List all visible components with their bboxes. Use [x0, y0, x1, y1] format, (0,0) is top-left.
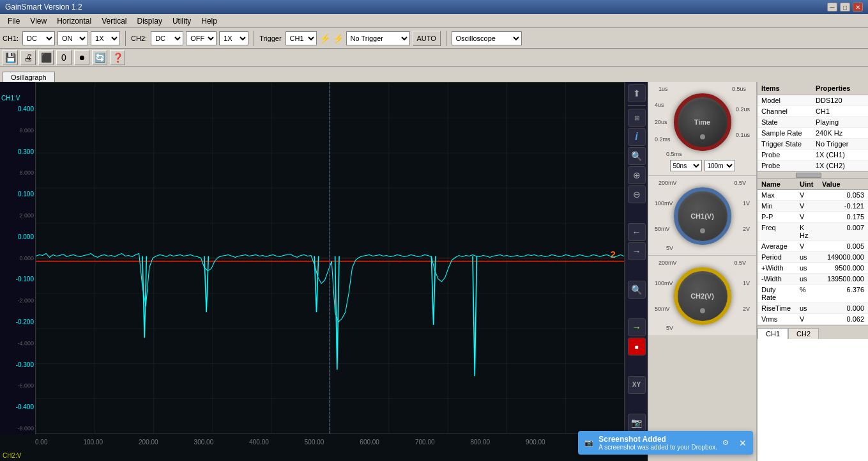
auto-button[interactable]: AUTO	[413, 31, 441, 46]
menu-view[interactable]: View	[25, 15, 52, 27]
time-scale-select[interactable]: 50ns100ns1us	[670, 160, 702, 171]
time-knob-label: Time	[694, 118, 710, 126]
ch2-tab[interactable]: CH2	[788, 328, 819, 339]
ch2-100mv: 100mV	[655, 280, 673, 286]
trigger-ch-select[interactable]: CH1CH2	[286, 31, 317, 45]
separator-3	[446, 31, 446, 46]
help-button[interactable]: ❓	[110, 50, 125, 65]
arrow-right-btn[interactable]: →	[628, 318, 646, 336]
ch2-0.5v: 0.5V	[734, 260, 746, 266]
avg-name: Average	[758, 241, 796, 251]
xy-button[interactable]: XY	[628, 376, 646, 394]
x-label-700: 700.00	[415, 439, 435, 446]
scrollbar-thumb[interactable]	[796, 173, 821, 178]
info-button[interactable]: i	[628, 128, 646, 146]
menu-help[interactable]: Help	[196, 15, 222, 27]
ch1-knob-indicator	[700, 228, 705, 233]
trigger-icon-1[interactable]: ⚡	[319, 33, 330, 43]
y-label-100: 0.100	[1, 191, 34, 198]
min-uint: V	[796, 201, 818, 211]
y-label-8000: 8.000	[1, 127, 34, 134]
ch1-knob[interactable]: CH1(V)	[674, 187, 731, 245]
save-button[interactable]: 💾	[3, 50, 18, 65]
move-tool-button[interactable]: ⬆	[628, 84, 646, 102]
maximize-button[interactable]: □	[840, 3, 850, 12]
risetime-name: RiseTime	[758, 303, 796, 313]
ch1-5v: 5V	[666, 245, 673, 251]
back-button[interactable]: ←	[628, 223, 646, 241]
ch2-probe-select[interactable]: 1X10X	[219, 31, 248, 45]
channel-tabs: CH1 CH2	[758, 325, 868, 339]
trigger-icon-2[interactable]: ⚡	[333, 33, 344, 43]
time-4us: 4us	[655, 102, 671, 108]
pp-name: P-P	[758, 212, 796, 222]
search-button[interactable]: 🔍	[628, 281, 646, 299]
horizontal-scrollbar[interactable]	[758, 171, 868, 179]
zoom-out-button[interactable]: ⊖	[628, 185, 646, 203]
max-name: Max	[758, 190, 796, 200]
menu-display[interactable]: Display	[132, 15, 167, 27]
stop-button[interactable]: ⬛	[38, 50, 54, 65]
tab-bar: Osillagraph	[0, 66, 868, 82]
color-palette-button[interactable]: ■	[628, 338, 646, 356]
time-div-select[interactable]: 100m200m	[704, 160, 735, 171]
ch1-onoff-select[interactable]: ONOFF	[57, 31, 88, 45]
ch2-knob[interactable]: CH2(V)	[674, 267, 731, 325]
menu-utility[interactable]: Utility	[167, 15, 196, 27]
ch2-knob-label: CH2(V)	[690, 292, 714, 300]
menu-horizontal[interactable]: Horizontal	[52, 15, 96, 27]
info-row-probe2: Probe 1X (CH2)	[758, 160, 868, 171]
ch1-knob-section: 200mV 0.5V 100mV 50mV CH1(V) 1V 2V 5V	[648, 176, 756, 256]
ch1-100mv: 100mV	[655, 200, 673, 207]
zero-button[interactable]: 0	[56, 50, 72, 65]
period-uint: us	[796, 252, 818, 262]
forward-button[interactable]: →	[628, 242, 646, 260]
notification-body: A screenshot was added to your Dropbox.	[598, 444, 717, 451]
model-label: Model	[758, 95, 812, 105]
x-axis-labels: 0.00 100.00 200.00 300.00 400.00 500.00 …	[35, 439, 613, 446]
waveform-display[interactable]: CH1 ▮	[35, 82, 625, 434]
x-label-900: 900.00	[526, 439, 545, 446]
separator	[628, 105, 646, 106]
info-panel: Items Properties Model DDS120 Channel CH…	[756, 82, 868, 461]
items-col-header: Items	[758, 83, 812, 93]
ch1-labels-bottom: 5V	[653, 245, 751, 251]
time-knob[interactable]: Time	[674, 93, 731, 151]
refresh-button[interactable]: 🔄	[92, 50, 107, 65]
notification-close-button[interactable]: ✕	[739, 438, 747, 448]
ch2-coupling-select[interactable]: DCACGND	[151, 31, 183, 45]
mode-select[interactable]: OscilloscopeSpectrum	[452, 31, 522, 45]
zoom-in-button[interactable]: ⊕	[628, 166, 646, 184]
ch1-label: CH1:	[3, 35, 19, 42]
right-toolbar: ⬆ ⊞ i 🔍 ⊕ ⊖ ← → 🔍 → ■ XY 📷	[625, 82, 648, 434]
x-label-600: 600.00	[360, 439, 379, 446]
osillagraph-tab[interactable]: Osillagraph	[3, 72, 55, 82]
time-labels-bottom: 0.5ms	[653, 151, 751, 157]
ch2-200mv: 200mV	[659, 260, 677, 266]
oscilloscope-area: CH1:V 0.400 8.000 0.300 6.000 0.100 2.00…	[0, 82, 648, 461]
minimize-button[interactable]: ─	[827, 3, 837, 12]
ch1-probe-select[interactable]: 1X10X	[91, 31, 120, 45]
ch1-tab[interactable]: CH1	[758, 328, 788, 339]
trigger-mode-select[interactable]: No TriggerAutoNormal	[346, 31, 410, 45]
ch1-coupling-select[interactable]: DCACGND	[22, 31, 55, 45]
menu-file[interactable]: File	[3, 15, 25, 27]
main-toolbar: CH1: DCACGND ONOFF 1X10X CH2: DCACGND OF…	[0, 28, 868, 49]
info-row-channel: Channel CH1	[758, 106, 868, 117]
meas-row-period: Period us 149000.000	[758, 252, 868, 263]
record-button[interactable]: ⏺	[74, 50, 89, 65]
menu-vertical[interactable]: Vertical	[96, 15, 132, 27]
ch2-labels-top: 200mV 0.5V	[653, 260, 751, 266]
notification-settings-icon[interactable]: ⚙	[722, 439, 729, 447]
measure-button[interactable]: 🔍	[628, 147, 646, 165]
measurements-section: Name Uint Value Max V 0.053 Min V -0.121…	[758, 179, 868, 325]
y-label-300: 0.300	[1, 148, 34, 155]
vrms-uint: V	[796, 314, 818, 324]
waveform-svg: 2	[36, 82, 624, 434]
screenshot-btn[interactable]: 📷	[628, 414, 646, 432]
risetime-uint: us	[796, 303, 818, 313]
ch2-onoff-select[interactable]: OFFON	[186, 31, 217, 45]
print-button[interactable]: 🖨	[20, 50, 36, 65]
grid-button[interactable]: ⊞	[628, 109, 646, 127]
close-button[interactable]: ✕	[853, 3, 863, 12]
